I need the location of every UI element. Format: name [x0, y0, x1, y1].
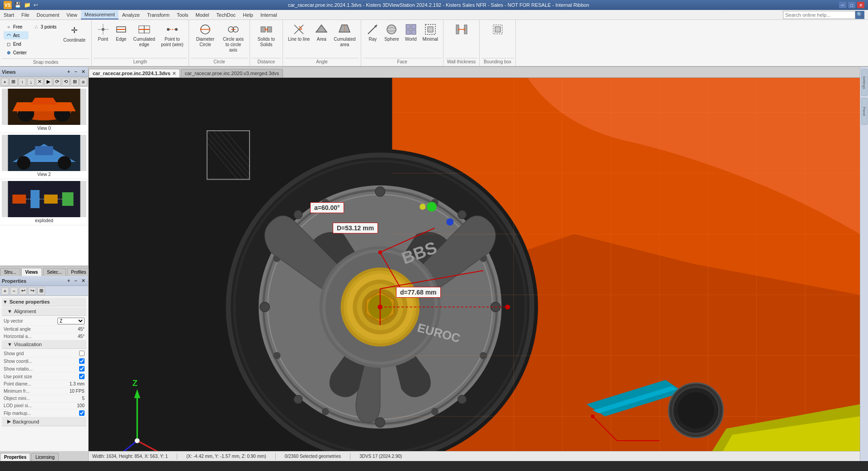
- show-grid-checkbox[interactable]: [79, 351, 85, 356]
- use-point-size-row: Use point size: [2, 373, 86, 381]
- views-tb-btn4[interactable]: ↓: [27, 78, 35, 86]
- arc-snap-btn[interactable]: ◠ Arc: [4, 31, 28, 39]
- cumulated-area-btn[interactable]: Cumulated area: [331, 22, 358, 49]
- view-thumb-exploded: [2, 181, 86, 217]
- viewport-canvas[interactable]: BBS EUROC: [89, 78, 860, 451]
- end-snap-btn[interactable]: ◻ End: [4, 40, 28, 48]
- props-tab-properties[interactable]: Properties: [0, 453, 30, 461]
- menu-analyze[interactable]: Analyze: [118, 11, 143, 19]
- menu-help[interactable]: Help: [239, 11, 257, 19]
- length-content: Point Edge Cumulated edge Point to point…: [94, 21, 187, 58]
- left-tab-profiles[interactable]: Profiles: [67, 268, 90, 276]
- menu-model[interactable]: Model: [192, 11, 213, 19]
- close-button[interactable]: ✕: [857, 2, 864, 8]
- menu-transform[interactable]: Transform: [143, 11, 173, 19]
- wall-thickness-btn[interactable]: [453, 22, 470, 37]
- alignment-header[interactable]: ▼ Alignment: [2, 307, 86, 316]
- doc-tab-1-close[interactable]: ✕: [172, 71, 176, 76]
- views-tb-btn9[interactable]: ⊞: [71, 78, 78, 86]
- views-tb-btn3[interactable]: ↑: [19, 78, 26, 86]
- cumulated-edge-btn[interactable]: Cumulated edge: [131, 22, 158, 49]
- up-vector-select[interactable]: ZYX: [57, 318, 85, 324]
- views-panel-icon1[interactable]: +: [66, 69, 72, 75]
- point-diam-value: 1.3 mm: [70, 381, 85, 386]
- menu-tools[interactable]: Tools: [173, 11, 192, 19]
- recent-icon[interactable]: 📁: [24, 2, 31, 8]
- threepoints-snap-btn[interactable]: ∴ 3 points: [31, 23, 58, 31]
- free-snap-btn[interactable]: ○ Free: [4, 23, 28, 31]
- menu-techdoc[interactable]: TechDoc: [213, 11, 240, 19]
- bounding-box-btn[interactable]: [489, 22, 506, 37]
- props-icon1[interactable]: +: [66, 278, 72, 284]
- left-tab-structure[interactable]: Stru...: [0, 268, 20, 276]
- view-item-0[interactable]: View 0: [0, 87, 88, 133]
- point-to-point-btn[interactable]: Point to point (wire): [159, 22, 186, 49]
- views-tb-btn2[interactable]: ⊞: [9, 78, 17, 86]
- solids-to-solids-btn[interactable]: Solids to Solids: [253, 22, 280, 49]
- right-sidebar-btn-2[interactable]: Panel: [861, 98, 868, 125]
- undo-icon[interactable]: ↩: [33, 2, 38, 8]
- doc-tab-2[interactable]: car_racecar.proe.inc.2020.v3.merged.3dvs: [181, 69, 283, 77]
- use-point-size-label: Use point size: [4, 374, 79, 379]
- use-point-size-checkbox[interactable]: [79, 374, 85, 379]
- views-tb-btn8[interactable]: ⟲: [62, 78, 70, 86]
- views-tb-btn5[interactable]: ✕: [36, 78, 43, 86]
- flip-markup-checkbox[interactable]: [79, 410, 85, 416]
- menu-view[interactable]: View: [63, 11, 81, 19]
- props-tb-btn1[interactable]: +: [1, 287, 9, 295]
- visualization-header[interactable]: ▼ Visualization: [2, 340, 86, 349]
- menu-internal[interactable]: Internal: [257, 11, 281, 19]
- doc-tab-1[interactable]: car_racecar.proe.inc.2024.1.3dvs ✕: [89, 69, 180, 77]
- menu-file[interactable]: File: [18, 11, 33, 19]
- circle-axis-btn[interactable]: Circle axis to circle axis: [220, 22, 247, 54]
- menu-start[interactable]: Start: [0, 11, 18, 19]
- menu-document[interactable]: Document: [33, 11, 63, 19]
- views-tb-btn1[interactable]: +: [1, 78, 9, 86]
- menu-measurement[interactable]: Measurement: [81, 10, 118, 19]
- edge-btn[interactable]: Edge: [113, 22, 130, 43]
- coordinate-btn[interactable]: ✛ Coordinate: [61, 23, 88, 44]
- views-panel-icon2[interactable]: −: [73, 69, 79, 75]
- sphere-btn[interactable]: Sphere: [382, 22, 401, 43]
- minimal-btn[interactable]: Minimal: [420, 22, 440, 43]
- views-tb-btn10[interactable]: ≡: [80, 78, 87, 86]
- point-btn[interactable]: Point: [94, 22, 112, 43]
- show-rotation-checkbox[interactable]: [79, 366, 85, 371]
- view-item-2[interactable]: View 2: [0, 133, 88, 179]
- quick-save-icon[interactable]: 💾: [14, 2, 21, 8]
- maximize-button[interactable]: □: [848, 2, 855, 8]
- area-btn[interactable]: Area: [313, 22, 330, 43]
- titlebar-controls: ─ □ ✕: [839, 2, 864, 8]
- scene-properties-header[interactable]: ▼ Scene properties: [2, 298, 86, 306]
- props-tb-btn4[interactable]: ↪: [28, 287, 36, 295]
- ray-btn[interactable]: Ray: [364, 22, 381, 43]
- show-rotation-row: Show rotatio...: [2, 365, 86, 373]
- point-diam-label: Point diame...: [4, 381, 70, 386]
- show-coords-checkbox[interactable]: [79, 358, 85, 364]
- props-tab-licensing[interactable]: Licensing: [31, 453, 58, 461]
- background-header[interactable]: ▶ Background: [2, 417, 86, 426]
- center-snap-btn[interactable]: ⊕ Center: [4, 48, 28, 57]
- search-button[interactable]: 🔍: [855, 11, 864, 19]
- props-close[interactable]: ✕: [80, 278, 86, 284]
- diameter-btn[interactable]: Diameter Circle: [192, 22, 219, 49]
- distance-label: Distance: [252, 58, 281, 65]
- right-sidebar: Settings Panel: [860, 67, 868, 461]
- props-tb-btn3[interactable]: ↩: [19, 287, 27, 295]
- views-tb-btn7[interactable]: ⟳: [53, 78, 61, 86]
- view-item-exploded[interactable]: exploded: [0, 179, 88, 225]
- views-tb-btn6[interactable]: ▶: [44, 78, 52, 86]
- props-tb-btn5[interactable]: ⊞: [37, 287, 45, 295]
- props-tb-btn2[interactable]: −: [10, 287, 18, 295]
- props-icon2[interactable]: −: [73, 278, 79, 284]
- left-tab-selection[interactable]: Selec...: [43, 268, 66, 276]
- right-sidebar-btn-1[interactable]: Settings: [861, 69, 868, 96]
- status-sep-3: [350, 453, 350, 460]
- views-panel-close[interactable]: ✕: [80, 69, 86, 75]
- line-to-line-btn[interactable]: Line to line: [286, 22, 312, 43]
- minimize-button[interactable]: ─: [839, 2, 846, 8]
- search-input[interactable]: [783, 11, 855, 19]
- world-btn[interactable]: World: [402, 22, 420, 43]
- svg-marker-50: [31, 98, 58, 105]
- left-tab-views[interactable]: Views: [21, 268, 42, 276]
